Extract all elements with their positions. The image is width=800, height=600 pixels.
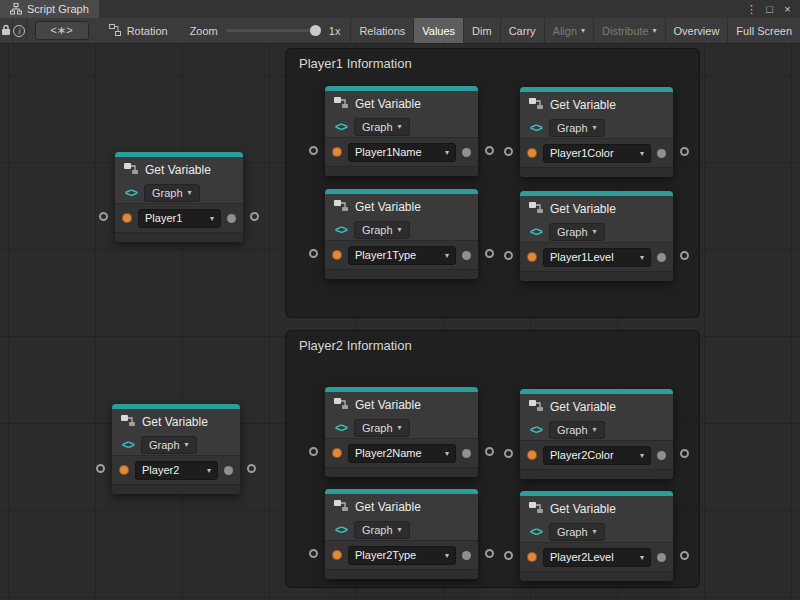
variable-name-dropdown[interactable]: Player2Color ▾	[543, 446, 651, 465]
variable-name-dropdown[interactable]: Player1Color ▾	[543, 144, 651, 163]
chevron-down-icon: ▾	[640, 551, 644, 564]
name-input-port[interactable]	[527, 252, 537, 262]
variable-name-label: Player1Name	[355, 146, 422, 159]
toolbar-button-values[interactable]: Values	[413, 18, 463, 43]
variable-kind-dropdown[interactable]: Graph ▾	[549, 523, 605, 541]
node-footer	[325, 467, 478, 477]
name-input-port[interactable]	[119, 465, 129, 475]
chevron-down-icon: ▾	[188, 186, 192, 200]
variable-name-dropdown[interactable]: Player2Name ▾	[348, 444, 456, 463]
variable-kind-dropdown[interactable]: Graph ▾	[549, 119, 605, 137]
variable-kind-dropdown[interactable]: Graph ▾	[549, 421, 605, 439]
zoom-slider-knob[interactable]	[310, 25, 321, 36]
variable-name-dropdown[interactable]: Player2Level ▾	[543, 548, 651, 567]
variable-kind-dropdown[interactable]: Graph ▾	[144, 184, 200, 202]
external-input-port[interactable]	[99, 212, 108, 221]
value-output-port[interactable]	[657, 553, 666, 562]
name-input-port[interactable]	[332, 250, 342, 260]
external-input-port[interactable]	[309, 447, 318, 456]
variable-name-dropdown[interactable]: Player1Level ▾	[543, 248, 651, 267]
external-input-port[interactable]	[504, 251, 513, 260]
external-output-port[interactable]	[485, 447, 494, 456]
graph-tab[interactable]: Script Graph	[0, 0, 99, 18]
toolbar-button-fullscreen[interactable]: Full Screen	[727, 18, 800, 43]
node-footer	[520, 571, 673, 581]
node-subheader: <> Graph ▾	[325, 519, 478, 540]
info-button[interactable]: i	[13, 18, 26, 43]
external-output-port[interactable]	[680, 551, 689, 560]
external-input-port[interactable]	[504, 551, 513, 560]
variable-kind-dropdown[interactable]: Graph ▾	[354, 221, 410, 239]
breadcrumb[interactable]: Rotation	[97, 18, 180, 43]
toolbar-button-distribute[interactable]: Distribute ▾	[593, 18, 664, 43]
toolbar-button-carry[interactable]: Carry	[500, 18, 544, 43]
node-get-variable-player2[interactable]: Get Variable <> Graph ▾ Player2 ▾	[112, 404, 240, 494]
node-get-variable-player2level[interactable]: Get Variable <> Graph ▾ Player2Level ▾	[520, 491, 673, 581]
value-output-port[interactable]	[657, 149, 666, 158]
variable-kind-dropdown[interactable]: Graph ▾	[354, 419, 410, 437]
chevron-down-icon: ▾	[640, 449, 644, 462]
maximize-icon[interactable]: □	[762, 1, 777, 17]
external-output-port[interactable]	[680, 147, 689, 156]
node-get-variable-player1type[interactable]: Get Variable <> Graph ▾ Player1Type ▾	[325, 189, 478, 279]
node-header: Get Variable	[325, 194, 478, 219]
name-input-port[interactable]	[527, 148, 537, 158]
value-output-port[interactable]	[657, 253, 666, 262]
value-output-port[interactable]	[224, 466, 233, 475]
value-output-port[interactable]	[657, 451, 666, 460]
value-output-port[interactable]	[227, 214, 236, 223]
toolbar-button-dim[interactable]: Dim	[463, 18, 500, 43]
variable-name-dropdown[interactable]: Player1Name ▾	[348, 143, 456, 162]
variable-name-dropdown[interactable]: Player2 ▾	[135, 461, 218, 480]
external-output-port[interactable]	[680, 449, 689, 458]
external-output-port[interactable]	[485, 146, 494, 155]
kebab-menu-icon[interactable]: ⋮	[744, 1, 759, 17]
lock-button[interactable]	[0, 18, 13, 43]
node-get-variable-player2type[interactable]: Get Variable <> Graph ▾ Player2Type ▾	[325, 489, 478, 579]
node-get-variable-player1color[interactable]: Get Variable <> Graph ▾ Player1Color ▾	[520, 87, 673, 177]
flow-unit-icon	[528, 97, 544, 113]
variable-name-dropdown[interactable]: Player1 ▾	[138, 209, 221, 228]
code-preview-toggle-button[interactable]: <∗>	[35, 21, 89, 40]
external-input-port[interactable]	[309, 146, 318, 155]
node-get-variable-player2name[interactable]: Get Variable <> Graph ▾ Player2Name ▾	[325, 387, 478, 477]
value-output-port[interactable]	[462, 148, 471, 157]
external-input-port[interactable]	[96, 464, 105, 473]
node-get-variable-player1level[interactable]: Get Variable <> Graph ▾ Player1Level ▾	[520, 191, 673, 281]
name-input-port[interactable]	[332, 448, 342, 458]
value-output-port[interactable]	[462, 551, 471, 560]
name-input-port[interactable]	[527, 552, 537, 562]
toolbar-button-relations[interactable]: Relations	[350, 18, 413, 43]
name-input-port[interactable]	[122, 213, 132, 223]
variable-kind-dropdown[interactable]: Graph ▾	[141, 436, 197, 454]
close-icon[interactable]: ×	[780, 1, 795, 17]
zoom-slider[interactable]	[226, 29, 321, 32]
node-get-variable-player1[interactable]: Get Variable <> Graph ▾ Player1 ▾	[115, 152, 243, 242]
external-output-port[interactable]	[250, 212, 259, 221]
external-output-port[interactable]	[680, 251, 689, 260]
variable-kind-dropdown[interactable]: Graph ▾	[549, 223, 605, 241]
external-input-port[interactable]	[309, 249, 318, 258]
external-output-port[interactable]	[247, 464, 256, 473]
node-get-variable-player2color[interactable]: Get Variable <> Graph ▾ Player2Color ▾	[520, 389, 673, 479]
external-output-port[interactable]	[485, 549, 494, 558]
variable-kind-dropdown[interactable]: Graph ▾	[354, 521, 410, 539]
value-output-port[interactable]	[462, 449, 471, 458]
external-output-port[interactable]	[485, 249, 494, 258]
external-input-port[interactable]	[504, 147, 513, 156]
external-input-port[interactable]	[309, 549, 318, 558]
external-input-port[interactable]	[504, 449, 513, 458]
name-input-port[interactable]	[332, 147, 342, 157]
toolbar-button-overview[interactable]: Overview	[665, 18, 728, 43]
value-output-port[interactable]	[462, 251, 471, 260]
toolbar-button-group: Relations Values Dim Carry Align ▾ Distr…	[350, 18, 800, 43]
group-title[interactable]: Player2 Information	[286, 331, 699, 360]
group-title[interactable]: Player1 Information	[286, 49, 699, 78]
variable-kind-dropdown[interactable]: Graph ▾	[354, 118, 410, 136]
variable-name-dropdown[interactable]: Player2Type ▾	[348, 546, 456, 565]
variable-name-dropdown[interactable]: Player1Type ▾	[348, 246, 456, 265]
name-input-port[interactable]	[332, 550, 342, 560]
toolbar-button-align[interactable]: Align ▾	[544, 18, 593, 43]
node-get-variable-player1name[interactable]: Get Variable <> Graph ▾ Player1Name ▾	[325, 86, 478, 176]
name-input-port[interactable]	[527, 450, 537, 460]
